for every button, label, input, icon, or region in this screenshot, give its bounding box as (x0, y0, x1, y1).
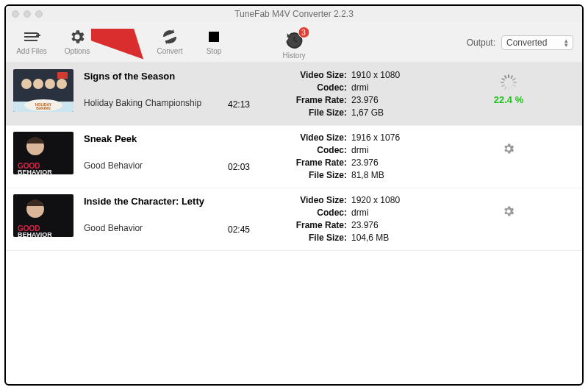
output-selector-area: Output: Converted ▴▾ (467, 35, 573, 50)
list-item[interactable]: HOLIDAY BAKING Signs of the Season Holid… (6, 63, 582, 126)
svg-rect-26 (501, 78, 505, 81)
stop-icon (205, 28, 223, 46)
meta-key: Codec: (284, 207, 351, 219)
thumbnail: GOOD BEHAVIOR (13, 194, 74, 237)
meta-val: drmi (351, 144, 368, 157)
settings-gear-icon[interactable] (502, 142, 515, 155)
add-files-label: Add Files (16, 47, 47, 55)
svg-rect-19 (513, 82, 517, 83)
title-bar: TuneFab M4V Converter 2.2.3 (6, 6, 582, 22)
thumbnail: GOOD BEHAVIOR (13, 132, 74, 174)
toolbar: Add Files Options Convert Stop (6, 22, 582, 63)
window-title: TuneFab M4V Converter 2.2.3 (6, 9, 582, 19)
item-meta: Video Size:1916 x 1076 Codec:drmi Frame … (284, 132, 438, 182)
meta-val: drmi (351, 207, 368, 219)
item-meta: Video Size:1910 x 1080 Codec:drmi Frame … (284, 69, 438, 119)
item-subtitle: Good Behavior (84, 160, 223, 171)
svg-rect-4 (37, 33, 39, 38)
svg-rect-24 (501, 84, 505, 87)
item-duration: 42:13 (228, 79, 279, 110)
item-titles: Inside the Character: Letty Good Behavio… (84, 194, 223, 233)
meta-val: 1920 x 1080 (351, 194, 400, 207)
chevron-up-down-icon: ▴▾ (564, 38, 568, 47)
meta-key: File Size: (284, 232, 351, 244)
history-button[interactable]: 3 History (282, 31, 305, 60)
toolbar-group-left: Add Files Options (15, 28, 94, 55)
item-duration: 02:03 (228, 141, 279, 172)
item-subtitle: Holiday Baking Championship (84, 98, 223, 108)
item-status: 22.4 % (442, 69, 575, 105)
output-select[interactable]: Converted ▴▾ (501, 35, 573, 50)
meta-val: drmi (351, 82, 368, 94)
item-meta: Video Size:1920 x 1080 Codec:drmi Frame … (284, 194, 438, 244)
app-window: TuneFab M4V Converter 2.2.3 Add Files Op… (4, 4, 584, 386)
meta-key: File Size: (284, 107, 351, 119)
item-status (442, 194, 575, 218)
svg-rect-20 (512, 84, 516, 87)
svg-text:BEHAVIOR: BEHAVIOR (18, 169, 52, 174)
meta-key: Video Size: (284, 69, 351, 82)
meta-key: Frame Rate: (284, 94, 351, 107)
meta-key: Codec: (284, 82, 351, 94)
item-titles: Signs of the Season Holiday Baking Champ… (84, 69, 223, 108)
settings-gear-icon[interactable] (502, 205, 515, 218)
svg-rect-0 (24, 32, 37, 34)
thumbnail: HOLIDAY BAKING (13, 69, 74, 112)
options-button[interactable]: Options (60, 28, 94, 55)
meta-val: 1,67 GB (351, 107, 384, 119)
item-title: Signs of the Season (84, 71, 223, 82)
meta-val: 23.976 (351, 157, 379, 169)
add-files-button[interactable]: Add Files (15, 28, 49, 55)
meta-val: 104,6 MB (351, 232, 389, 244)
svg-rect-2 (24, 40, 37, 41)
output-label: Output: (467, 38, 495, 48)
item-title: Inside the Character: Letty (84, 196, 223, 207)
svg-rect-16 (508, 74, 509, 78)
meta-key: File Size: (284, 169, 351, 182)
output-value: Converted (506, 38, 547, 48)
svg-rect-23 (504, 86, 507, 90)
meta-val: 23.976 (351, 94, 379, 107)
list-item[interactable]: GOOD BEHAVIOR Sneak Peek Good Behavior 0… (6, 126, 582, 188)
list-item[interactable]: GOOD BEHAVIOR Inside the Character: Lett… (6, 188, 582, 251)
svg-text:BEHAVIOR: BEHAVIOR (18, 231, 52, 237)
svg-rect-5 (209, 32, 219, 42)
item-duration: 02:45 (228, 204, 279, 235)
history-icon: 3 (284, 31, 304, 50)
svg-point-8 (21, 79, 32, 89)
svg-point-9 (33, 79, 43, 89)
svg-rect-17 (510, 75, 513, 79)
item-titles: Sneak Peek Good Behavior (84, 132, 223, 171)
meta-val: 1916 x 1076 (351, 132, 400, 144)
meta-key: Frame Rate: (284, 219, 351, 232)
item-subtitle: Good Behavior (84, 223, 223, 233)
svg-rect-12 (57, 72, 68, 79)
annotation-arrow (91, 29, 150, 63)
item-title: Sneak Peek (84, 133, 223, 144)
meta-key: Video Size: (284, 132, 351, 144)
meta-val: 1910 x 1080 (351, 69, 400, 82)
svg-point-10 (45, 79, 55, 89)
convert-icon (161, 28, 179, 46)
svg-rect-22 (508, 87, 509, 91)
progress-percent: 22.4 % (494, 94, 523, 105)
video-list: HOLIDAY BAKING Signs of the Season Holid… (6, 63, 582, 251)
svg-rect-21 (510, 86, 513, 90)
spinner-icon (500, 74, 517, 91)
convert-label: Convert (157, 47, 182, 55)
stop-label: Stop (207, 47, 222, 55)
meta-key: Video Size: (284, 194, 351, 207)
options-label: Options (65, 47, 90, 55)
meta-val: 23.976 (351, 219, 379, 232)
gear-icon (68, 28, 86, 46)
history-label: History (282, 52, 305, 60)
svg-rect-1 (24, 36, 37, 38)
meta-val: 81,8 MB (351, 169, 384, 182)
item-status (442, 132, 575, 155)
meta-key: Codec: (284, 144, 351, 157)
svg-point-11 (57, 79, 67, 89)
stop-button[interactable]: Stop (197, 28, 231, 55)
meta-key: Frame Rate: (284, 157, 351, 169)
svg-rect-25 (501, 82, 504, 83)
convert-button[interactable]: Convert (153, 28, 187, 55)
